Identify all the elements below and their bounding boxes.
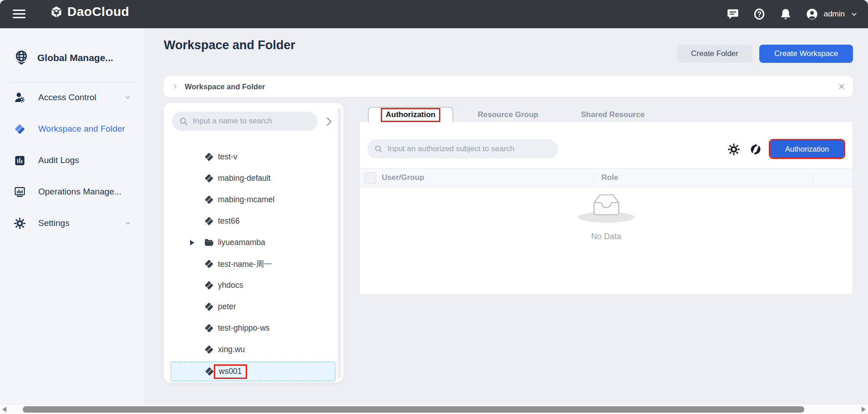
annotation-box: ws001	[214, 364, 247, 379]
refresh-icon[interactable]	[749, 143, 762, 156]
user-gear-icon	[14, 92, 26, 104]
authorized-subject-search-input[interactable]	[388, 144, 547, 153]
sidebar-item-settings[interactable]: Settings	[0, 211, 144, 235]
tree-search-box[interactable]	[172, 112, 318, 131]
workspace-tree-panel: test-v mabing-default mabing-mcamel test…	[164, 103, 343, 383]
search-icon	[374, 144, 383, 153]
workspace-icon	[204, 216, 214, 226]
panel-collapse-chevron-icon[interactable]	[323, 116, 335, 128]
sidebar-divider	[10, 82, 135, 82]
workspace-icon	[204, 259, 214, 269]
column-settings-gear-icon[interactable]	[727, 143, 740, 156]
column-divider	[813, 171, 813, 185]
sidebar: Global Manage... Access Control Workspac…	[0, 28, 144, 404]
tree-item-mabing-default[interactable]: mabing-default	[164, 168, 337, 189]
menu-toggle-icon[interactable]	[13, 10, 25, 19]
authorization-panel: Authorization User/Group Role No Data	[359, 121, 853, 295]
empty-state: No Data	[360, 187, 853, 241]
tree-scrollbar-track[interactable]	[338, 107, 341, 378]
chevron-down-icon	[124, 94, 131, 101]
folder-icon	[204, 237, 214, 248]
tree-item-test-v[interactable]: test-v	[164, 146, 337, 168]
select-all-checkbox[interactable]	[364, 172, 376, 184]
top-bar: DaoCloud ?	[0, 0, 868, 28]
tree-item-mabing-mcamel[interactable]: mabing-mcamel	[164, 189, 337, 210]
chevron-down-icon	[850, 10, 858, 18]
brand-logo[interactable]: DaoCloud	[50, 5, 129, 19]
tab-resource-group[interactable]: Resource Group	[478, 110, 538, 119]
chevron-right-icon[interactable]	[172, 83, 178, 90]
column-header-role: Role	[601, 173, 618, 182]
workspace-icon	[204, 194, 214, 205]
column-header-user-group: User/Group	[382, 173, 424, 182]
workspace-icon	[204, 280, 214, 291]
sidebar-item-audit-logs[interactable]: Audit Logs	[0, 148, 144, 172]
sidebar-header-label: Global Manage...	[37, 52, 113, 63]
tree-item-test-ghippo-ws[interactable]: test-ghippo-ws	[164, 317, 337, 339]
chevron-down-icon	[124, 220, 131, 227]
tree-item-xing-wu[interactable]: xing.wu	[164, 339, 337, 360]
audit-logs-icon	[14, 154, 26, 167]
workspace-icon	[204, 173, 214, 184]
notifications-bell-icon[interactable]	[779, 8, 792, 20]
scroll-right-arrow-icon[interactable]	[862, 407, 866, 412]
globe-icon	[13, 49, 30, 66]
workspace-icon	[204, 366, 215, 377]
username: admin	[824, 10, 845, 19]
breadcrumb: Workspace and Folder	[164, 76, 853, 97]
tab-shared-resource[interactable]: Shared Resource	[581, 110, 645, 119]
tree-item-peter[interactable]: peter	[164, 296, 337, 317]
authorization-button[interactable]: Authorization	[770, 140, 844, 158]
table-header: User/Group Role	[360, 168, 853, 187]
avatar-icon	[806, 8, 818, 20]
scroll-left-arrow-icon[interactable]	[2, 407, 6, 412]
monitor-chart-icon	[14, 186, 26, 198]
help-icon[interactable]: ?	[753, 8, 766, 20]
sidebar-item-workspace-and-folder[interactable]: Workspace and Folder	[0, 117, 144, 141]
tree-item-liyueamamba[interactable]: liyueamamba	[164, 232, 337, 253]
no-data-text: No Data	[360, 232, 853, 241]
tree-search-input[interactable]	[193, 117, 307, 126]
daocloud-cube-icon	[50, 5, 63, 18]
horizontal-scrollbar	[0, 404, 868, 414]
tree-item-yhdocs[interactable]: yhdocs	[164, 275, 337, 296]
user-menu[interactable]: admin	[806, 8, 858, 20]
expand-caret-icon[interactable]	[190, 240, 194, 245]
tree-item-test-name[interactable]: test-name-周一	[164, 253, 337, 275]
close-icon[interactable]	[837, 82, 847, 92]
workspace-icon	[204, 344, 214, 355]
annotation-box: Authorization	[769, 139, 845, 159]
sidebar-item-operations-management[interactable]: Operations Manage...	[0, 180, 144, 204]
workspace-icon	[204, 152, 214, 162]
scrollbar-thumb[interactable]	[23, 406, 804, 413]
tree-item-test66[interactable]: test66	[164, 210, 337, 232]
create-workspace-button[interactable]: Create Workspace	[759, 45, 853, 63]
tree-item-ws001-selected[interactable]: ws001	[171, 362, 335, 381]
gear-icon	[14, 217, 26, 230]
authorized-subject-search-box[interactable]	[367, 139, 558, 158]
breadcrumb-current: Workspace and Folder	[185, 82, 265, 91]
empty-inbox-icon	[585, 190, 628, 220]
workspace-icon	[204, 323, 214, 333]
search-icon	[179, 117, 188, 126]
tab-authorization[interactable]: Authorization	[368, 107, 453, 122]
brand-name: DaoCloud	[67, 5, 129, 19]
column-divider	[593, 171, 594, 185]
messages-icon[interactable]	[727, 8, 739, 20]
workspace-diamond-icon	[14, 123, 26, 135]
annotation-box: Authorization	[381, 108, 441, 122]
sidebar-header-global-management[interactable]: Global Manage...	[0, 46, 144, 69]
daocloud-app: DaoCloud ?	[0, 0, 868, 414]
create-folder-button[interactable]: Create Folder	[677, 45, 752, 63]
workspace-icon	[204, 302, 214, 312]
svg-text:?: ?	[757, 10, 762, 18]
page-title: Workspace and Folder	[164, 38, 295, 52]
sidebar-item-access-control[interactable]: Access Control	[0, 86, 144, 109]
